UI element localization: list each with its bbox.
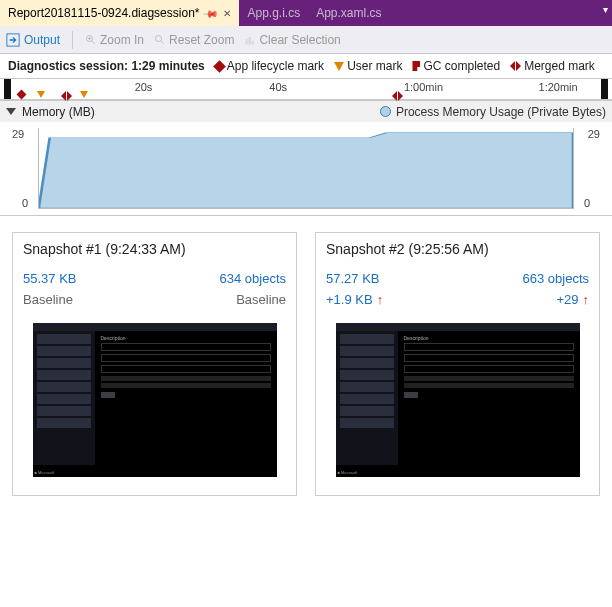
session-header: Diagnostics session: 1:29 minutes App li… bbox=[0, 54, 612, 78]
ruler-tick: 1:20min bbox=[539, 81, 578, 93]
y-tick-min-left: 0 bbox=[22, 197, 28, 209]
clear-icon bbox=[244, 34, 256, 46]
zoom-in-label: Zoom In bbox=[100, 33, 144, 47]
legend-gc: GC completed bbox=[412, 59, 500, 73]
y-tick-max-right: 29 bbox=[588, 128, 600, 140]
separator bbox=[72, 31, 73, 49]
tab-label: App.xaml.cs bbox=[316, 6, 381, 20]
tab-overflow-icon[interactable]: ▾ bbox=[603, 4, 608, 15]
merged-icon bbox=[510, 61, 521, 71]
svg-line-2 bbox=[92, 40, 95, 43]
output-icon bbox=[6, 33, 20, 47]
clear-selection-label: Clear Selection bbox=[259, 33, 340, 47]
toolbar: Output Zoom In Reset Zoom Clear Selectio… bbox=[0, 26, 612, 54]
tab-label: Report20181115-0924.diagsession* bbox=[8, 6, 199, 20]
document-tabs: Report20181115-0924.diagsession* 📌 ✕ App… bbox=[0, 0, 612, 26]
clear-selection-button[interactable]: Clear Selection bbox=[244, 33, 340, 47]
pin-icon[interactable]: 📌 bbox=[203, 5, 219, 21]
tab-app-xaml[interactable]: App.xaml.cs bbox=[308, 0, 389, 26]
plot-area bbox=[38, 128, 574, 209]
snapshot-card-2: Snapshot #2 (9:25:56 AM) 57.27 KB 663 ob… bbox=[315, 232, 600, 496]
snapshot-objects-delta[interactable]: +29 ↑ bbox=[556, 292, 589, 307]
triangle-icon bbox=[80, 91, 88, 98]
snapshot-thumbnail[interactable]: Description ■ Microsoft bbox=[336, 323, 580, 477]
memory-legend: Process Memory Usage (Private Bytes) bbox=[396, 105, 606, 119]
snapshot-objects-link[interactable]: 634 objects bbox=[220, 271, 287, 286]
snapshot-title: Snapshot #1 (9:24:33 AM) bbox=[23, 241, 286, 257]
timeline-handle-left[interactable] bbox=[4, 79, 11, 99]
ruler-tick: 1:00min bbox=[404, 81, 443, 93]
tab-label: App.g.i.cs bbox=[247, 6, 300, 20]
snapshot-objects-link[interactable]: 663 objects bbox=[523, 271, 590, 286]
ruler-tick: 20s bbox=[135, 81, 153, 93]
snapshot-baseline-right: Baseline bbox=[236, 292, 286, 307]
y-tick-max-left: 29 bbox=[12, 128, 24, 140]
flag-icon bbox=[412, 61, 420, 71]
snapshot-size-delta[interactable]: +1.9 KB ↑ bbox=[326, 292, 383, 307]
close-icon[interactable]: ✕ bbox=[223, 8, 231, 19]
snapshot-card-1: Snapshot #1 (9:24:33 AM) 55.37 KB 634 ob… bbox=[12, 232, 297, 496]
legend-merged: Merged mark bbox=[510, 59, 595, 73]
svg-line-6 bbox=[161, 40, 164, 43]
snapshot-cards: Snapshot #1 (9:24:33 AM) 55.37 KB 634 ob… bbox=[0, 216, 612, 512]
reset-zoom-icon bbox=[154, 34, 166, 46]
collapse-icon[interactable] bbox=[6, 108, 16, 115]
snapshot-baseline-left: Baseline bbox=[23, 292, 73, 307]
reset-zoom-button[interactable]: Reset Zoom bbox=[154, 33, 234, 47]
zoom-in-button[interactable]: Zoom In bbox=[85, 33, 144, 47]
legend-lifecycle: App lifecycle mark bbox=[215, 59, 324, 73]
memory-chart[interactable]: 29 0 29 0 bbox=[0, 122, 612, 216]
triangle-icon bbox=[334, 62, 344, 71]
svg-rect-9 bbox=[252, 40, 254, 44]
session-label: Diagnostics session: 1:29 minutes bbox=[8, 59, 205, 73]
zoom-in-icon bbox=[85, 34, 97, 46]
triangle-icon bbox=[37, 91, 45, 98]
svg-rect-8 bbox=[249, 37, 251, 45]
snapshot-thumbnail[interactable]: Description ■ Microsoft bbox=[33, 323, 277, 477]
timeline-handle-right[interactable] bbox=[601, 79, 608, 99]
output-button[interactable]: Output bbox=[6, 33, 60, 47]
snapshot-size-link[interactable]: 57.27 KB bbox=[326, 271, 380, 286]
arrow-up-icon: ↑ bbox=[583, 292, 590, 307]
merged-icon bbox=[392, 91, 403, 101]
legend-dot-icon bbox=[380, 106, 391, 117]
memory-title: Memory (MB) bbox=[22, 105, 95, 119]
tab-app-gi[interactable]: App.g.i.cs bbox=[239, 0, 308, 26]
snapshot-size-link[interactable]: 55.37 KB bbox=[23, 271, 77, 286]
legend-usermark: User mark bbox=[334, 59, 402, 73]
output-label: Output bbox=[24, 33, 60, 47]
ruler-tick: 40s bbox=[269, 81, 287, 93]
timeline-ruler[interactable]: 20s 40s 1:00min 1:20min bbox=[0, 78, 612, 100]
diamond-icon bbox=[17, 90, 27, 100]
svg-point-5 bbox=[156, 35, 162, 41]
merged-icon bbox=[61, 91, 72, 101]
arrow-up-icon: ↑ bbox=[377, 292, 384, 307]
snapshot-title: Snapshot #2 (9:25:56 AM) bbox=[326, 241, 589, 257]
diamond-icon bbox=[213, 60, 226, 73]
reset-zoom-label: Reset Zoom bbox=[169, 33, 234, 47]
memory-section-header[interactable]: Memory (MB) Process Memory Usage (Privat… bbox=[0, 100, 612, 122]
svg-rect-7 bbox=[246, 39, 248, 44]
y-tick-min-right: 0 bbox=[584, 197, 590, 209]
tab-active[interactable]: Report20181115-0924.diagsession* 📌 ✕ bbox=[0, 0, 239, 26]
